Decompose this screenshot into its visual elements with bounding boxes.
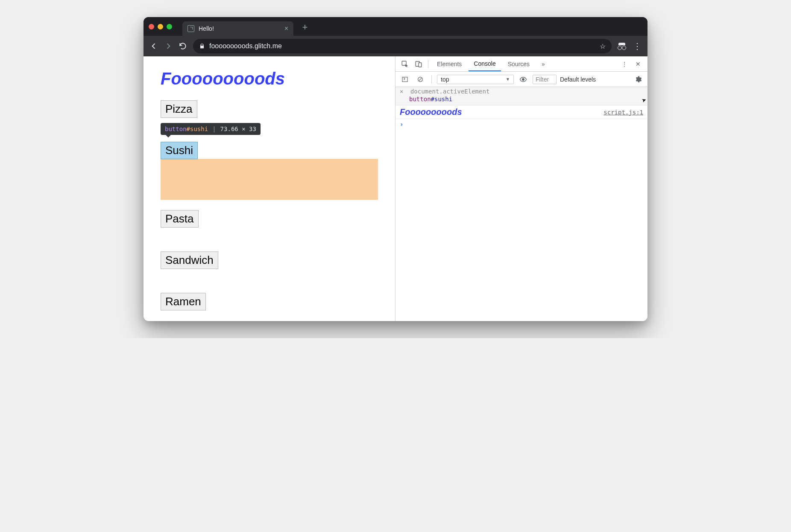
window-controls	[149, 24, 172, 29]
inspected-element-wrap: button#sushi | 73.66 × 33 Sushi	[161, 142, 378, 200]
browser-window: Hello! × + fooooooooods.glitch.me ☆ ⋮	[144, 17, 647, 321]
log-source-link[interactable]: script.js:1	[604, 109, 643, 116]
browser-toolbar: fooooooooods.glitch.me ☆ ⋮	[144, 36, 647, 56]
reload-button[interactable]	[179, 42, 187, 50]
tab-elements[interactable]: Elements	[432, 56, 467, 71]
content-area: Fooooooooods Pizza button#sushi | 73.66 …	[144, 56, 647, 321]
live-expression-text[interactable]: document.activeElement	[410, 88, 489, 95]
svg-rect-3	[402, 77, 407, 82]
devtools-tab-strip: Elements Console Sources » ⋮ ✕	[396, 56, 647, 72]
inspect-element-icon[interactable]	[399, 58, 411, 70]
cursor-icon: ➤	[641, 95, 647, 105]
divider	[428, 60, 428, 68]
url-text: fooooooooods.glitch.me	[209, 42, 282, 50]
tab-title: Hello!	[199, 25, 214, 32]
live-expression-eye-icon[interactable]	[517, 73, 529, 85]
log-levels-selector[interactable]: Default levels	[560, 76, 596, 83]
devtools-panel: Elements Console Sources » ⋮ ✕ top ▼	[396, 56, 647, 321]
console-log-row: Fooooooooods script.js:1	[396, 105, 647, 119]
new-tab-button[interactable]: +	[299, 22, 311, 33]
back-button[interactable]	[149, 42, 158, 50]
browser-tab[interactable]: Hello! ×	[182, 21, 293, 36]
food-button-sushi[interactable]: Sushi	[161, 142, 198, 159]
forward-button[interactable]	[164, 42, 173, 50]
svg-point-5	[522, 78, 524, 80]
more-tabs-button[interactable]: »	[536, 56, 550, 71]
remove-live-expression-button[interactable]: ×	[400, 88, 403, 95]
lock-icon	[199, 43, 205, 49]
console-settings-icon[interactable]	[632, 73, 644, 85]
food-button-pizza[interactable]: Pizza	[161, 100, 197, 118]
console-sidebar-toggle-icon[interactable]	[399, 73, 411, 85]
tooltip-tag: button	[165, 126, 187, 132]
tooltip-dimensions: 73.66 × 33	[220, 126, 256, 132]
svg-rect-2	[419, 63, 422, 67]
console-prompt[interactable]: ›	[396, 119, 647, 129]
devtools-close-button[interactable]: ✕	[632, 58, 644, 70]
console-toolbar: top ▼ Filter Default levels	[396, 72, 647, 87]
context-label: top	[441, 76, 449, 83]
page-icon	[187, 25, 194, 32]
close-window-button[interactable]	[149, 24, 154, 29]
tooltip-separator: |	[212, 126, 216, 132]
tab-sources[interactable]: Sources	[503, 56, 535, 71]
maximize-window-button[interactable]	[167, 24, 172, 29]
device-toggle-icon[interactable]	[413, 58, 425, 70]
divider	[431, 75, 432, 84]
console-body: × document.activeElement button#sushi ➤ …	[396, 87, 647, 321]
live-expression-result[interactable]: button#sushi ➤ button#sushi	[409, 96, 643, 102]
food-button-ramen[interactable]: Ramen	[161, 293, 206, 310]
bookmark-star-icon[interactable]: ☆	[600, 42, 606, 50]
minimize-window-button[interactable]	[158, 24, 163, 29]
chevron-down-icon: ▼	[506, 77, 510, 82]
result-tag: button	[409, 96, 431, 102]
clear-console-icon[interactable]	[414, 73, 426, 85]
console-filter-input[interactable]: Filter	[533, 75, 557, 84]
log-message: Fooooooooods	[400, 107, 462, 117]
margin-highlight-overlay	[161, 159, 378, 200]
prompt-caret-icon: ›	[400, 121, 403, 128]
incognito-icon	[618, 43, 626, 49]
devtools-menu-button[interactable]: ⋮	[618, 58, 630, 70]
execution-context-selector[interactable]: top ▼	[437, 75, 514, 84]
close-tab-button[interactable]: ×	[284, 25, 288, 32]
address-bar[interactable]: fooooooooods.glitch.me ☆	[193, 39, 612, 53]
result-id: #sushi	[431, 96, 453, 102]
tooltip-id: #sushi	[187, 126, 208, 132]
tab-console[interactable]: Console	[469, 56, 501, 71]
browser-menu-button[interactable]: ⋮	[633, 41, 642, 51]
live-expression-row: × document.activeElement button#sushi ➤ …	[396, 87, 647, 105]
food-button-sandwich[interactable]: Sandwich	[161, 251, 218, 269]
food-button-pasta[interactable]: Pasta	[161, 210, 199, 228]
page-heading: Fooooooooods	[161, 69, 378, 88]
page-viewport: Fooooooooods Pizza button#sushi | 73.66 …	[144, 56, 396, 321]
tab-bar: Hello! × +	[144, 17, 647, 36]
inspect-tooltip: button#sushi | 73.66 × 33	[161, 123, 261, 135]
